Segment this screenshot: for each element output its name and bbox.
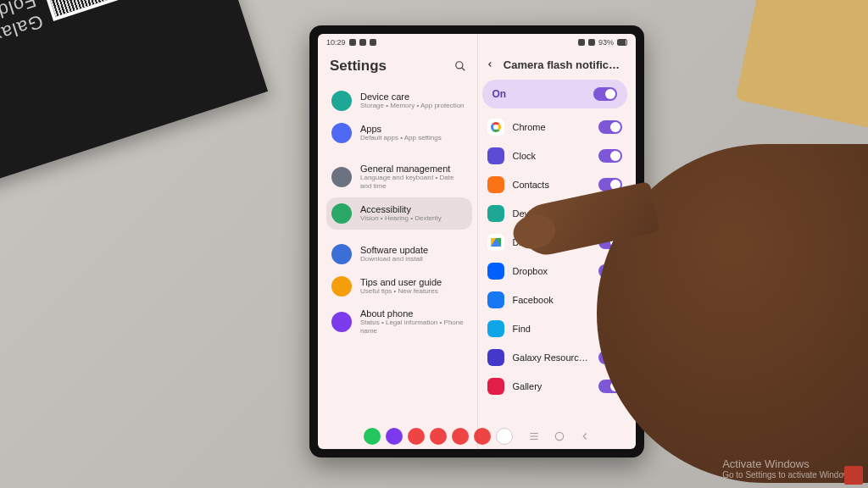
barcode — [44, 0, 147, 21]
signal-icon — [588, 39, 595, 46]
drive-icon — [487, 234, 504, 251]
corner-badge — [844, 466, 863, 485]
settings-list: Device careStorage • Memory • App protec… — [326, 85, 472, 342]
home-button[interactable] — [554, 430, 565, 442]
page-title: Settings — [330, 58, 452, 75]
app-row-chrome[interactable]: Chrome — [482, 114, 628, 141]
search-icon — [454, 60, 466, 72]
status-bar: 10:29 93% — [318, 34, 636, 51]
settings-item-title: Device care — [360, 92, 465, 102]
settings-item-about-phone[interactable]: About phoneStatus • Legal information • … — [326, 302, 472, 342]
contacts-icon — [487, 176, 504, 193]
facebook-icon — [487, 291, 504, 308]
app-label: Find — [513, 324, 591, 334]
about-phone-icon — [331, 312, 352, 332]
wood-prop — [735, 0, 868, 135]
tips-icon — [331, 276, 352, 297]
app-label: Galaxy Resource Upda... — [513, 352, 591, 363]
settings-item-tips[interactable]: Tips and user guideUseful tips • New fea… — [326, 270, 472, 302]
accessibility-icon — [331, 203, 352, 224]
apps-icon — [331, 123, 352, 143]
battery-icon — [617, 39, 627, 46]
app-toggle-clock[interactable] — [598, 149, 622, 163]
svg-point-0 — [455, 62, 462, 69]
app-label: Chrome — [513, 122, 591, 132]
taskbar — [318, 424, 636, 449]
product-box: Galaxy Z Fold6 — [0, 0, 268, 202]
software-update-icon — [331, 244, 352, 264]
windows-watermark: Activate Windows Go to Settings to activ… — [722, 458, 856, 480]
dock-phone-icon[interactable] — [364, 428, 381, 445]
settings-item-subtitle: Language and keyboard • Date and time — [360, 174, 467, 191]
settings-item-subtitle: Vision • Hearing • Dexterity — [360, 214, 442, 223]
master-toggle-row[interactable]: On — [482, 80, 628, 108]
recents-button[interactable] — [528, 430, 540, 442]
settings-item-title: Tips and user guide — [360, 277, 442, 287]
app-toggle-chrome[interactable] — [598, 120, 622, 134]
detail-title: Camera flash notificati... — [504, 58, 626, 71]
settings-master-pane: Settings Device careStorage • Memory • A… — [318, 51, 477, 424]
settings-item-title: Apps — [360, 124, 442, 134]
settings-item-software-update[interactable]: Software updateDownload and install — [326, 238, 472, 270]
settings-item-device-care[interactable]: Device careStorage • Memory • App protec… — [326, 85, 472, 117]
settings-item-title: Software update — [360, 245, 428, 255]
wifi-icon — [578, 39, 585, 46]
gallery-icon — [487, 378, 504, 395]
settings-item-subtitle: Storage • Memory • App protection — [360, 102, 465, 110]
status-icon — [349, 39, 356, 46]
dock-camera-icon[interactable] — [452, 428, 469, 445]
status-icon — [370, 39, 376, 46]
chrome-icon — [487, 119, 504, 136]
clock-icon — [487, 147, 504, 164]
galaxy-resource-icon — [487, 349, 504, 366]
settings-item-subtitle: Useful tips • New features — [360, 287, 442, 296]
settings-item-apps[interactable]: AppsDefault apps • App settings — [326, 117, 472, 149]
find-icon — [487, 320, 504, 337]
app-label: Facebook — [513, 295, 591, 305]
svg-line-1 — [461, 68, 465, 71]
settings-item-subtitle: Download and install — [360, 255, 428, 263]
app-label: Clock — [513, 151, 591, 161]
settings-item-title: General management — [360, 164, 467, 174]
app-row-clock[interactable]: Clock — [482, 142, 628, 169]
settings-item-accessibility[interactable]: AccessibilityVision • Hearing • Dexterit… — [326, 197, 472, 230]
back-nav-button[interactable] — [579, 430, 591, 442]
device-care-icon — [331, 91, 352, 111]
master-toggle[interactable] — [593, 87, 617, 101]
dock — [364, 428, 513, 445]
nav-keys — [528, 430, 591, 442]
device-care-icon — [487, 205, 504, 222]
settings-item-general-management[interactable]: General managementLanguage and keyboard … — [326, 158, 472, 197]
dock-youtube-icon[interactable] — [474, 428, 491, 445]
settings-item-subtitle: Status • Legal information • Phone name — [360, 319, 467, 336]
app-label: Gallery — [513, 381, 591, 391]
product-name: Galaxy Z Fold6 — [0, 0, 46, 65]
dock-bixby-icon[interactable] — [386, 428, 403, 445]
status-battery: 93% — [598, 38, 614, 47]
dock-play-icon[interactable] — [496, 428, 513, 445]
master-toggle-label: On — [492, 88, 507, 100]
app-row-gallery[interactable]: Gallery — [482, 373, 628, 400]
settings-item-title: About phone — [360, 308, 467, 319]
svg-point-5 — [555, 432, 563, 440]
status-time: 10:29 — [326, 38, 346, 47]
dropbox-icon — [487, 263, 504, 280]
general-management-icon — [331, 167, 352, 187]
search-button[interactable] — [452, 58, 469, 75]
app-label: Dropbox — [513, 266, 591, 276]
chevron-left-icon — [486, 60, 494, 69]
settings-item-title: Accessibility — [360, 204, 442, 214]
back-button[interactable] — [484, 58, 497, 71]
dock-news-icon[interactable] — [408, 428, 425, 445]
app-label: Contacts — [513, 180, 591, 190]
dock-settings-icon[interactable] — [430, 428, 447, 445]
settings-item-subtitle: Default apps • App settings — [360, 134, 442, 142]
status-icon — [359, 39, 366, 46]
